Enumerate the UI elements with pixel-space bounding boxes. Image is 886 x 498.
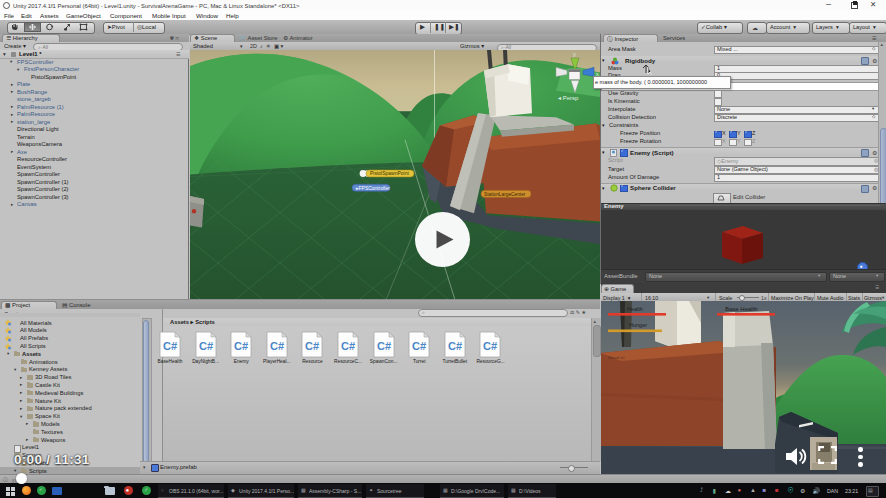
svg-text:Base Health: Base Health [725, 306, 758, 312]
svg-text:C#: C# [199, 340, 213, 352]
svg-text:C#: C# [377, 340, 391, 352]
svg-text:C#: C# [483, 340, 497, 352]
svg-text:C#: C# [163, 340, 177, 352]
svg-text:PistolSpawnPoint: PistolSpawnPoint [370, 170, 409, 176]
svg-text:y: y [573, 51, 576, 57]
svg-text:▸FPSController: ▸FPSController [356, 185, 390, 191]
svg-text:C#: C# [341, 340, 355, 352]
svg-text:C#: C# [270, 340, 284, 352]
svg-text:Hunger: Hunger [629, 322, 647, 328]
svg-text:C#: C# [448, 340, 462, 352]
svg-text:C#: C# [305, 340, 319, 352]
svg-text:Health: Health [627, 306, 643, 312]
svg-text:StationLargeCenter: StationLargeCenter [484, 192, 526, 197]
svg-text:◂ Persp: ◂ Persp [558, 95, 579, 101]
svg-text:C#: C# [234, 340, 248, 352]
svg-text:C#: C# [412, 340, 426, 352]
svg-text:Wood x0: Wood x0 [608, 355, 625, 360]
